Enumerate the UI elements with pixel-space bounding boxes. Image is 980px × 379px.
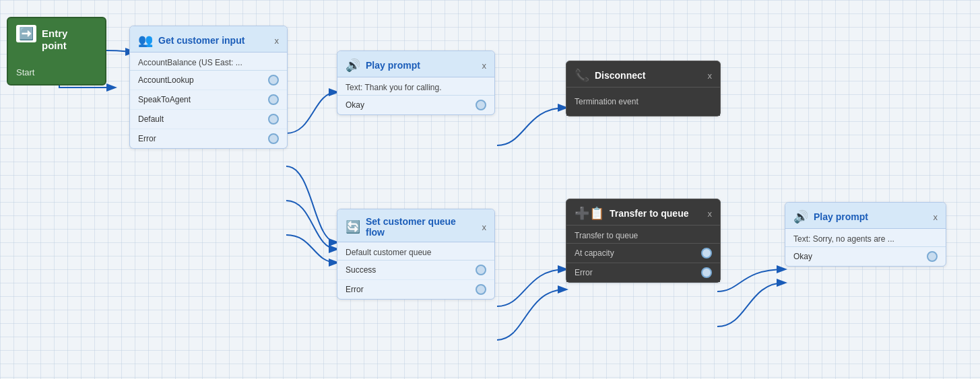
- port-okay-2-label: Okay: [793, 252, 812, 261]
- port-okay-1-circle[interactable]: [476, 100, 486, 110]
- queue-icon: 🔄: [346, 219, 360, 234]
- get-customer-input-header: 👥 Get customer input x: [130, 26, 287, 53]
- disconnect-title: Disconnect: [595, 70, 703, 81]
- transfer-to-queue-title: Transfer to queue: [610, 208, 703, 219]
- get-customer-input-node: 👥 Get customer input x AccountBalance (U…: [129, 26, 288, 149]
- speaker-icon-1: 🔊: [346, 58, 360, 73]
- play-prompt-2-close[interactable]: x: [934, 212, 938, 222]
- set-queue-flow-header: 🔄 Set customer queue flow x: [337, 209, 494, 242]
- port-default-circle[interactable]: [268, 114, 279, 125]
- phone-icon: 📞: [575, 68, 589, 83]
- set-queue-flow-node: 🔄 Set customer queue flow x Default cust…: [337, 209, 495, 300]
- start-label: Start: [16, 67, 97, 77]
- disconnect-node: 📞 Disconnect x Termination event: [566, 61, 721, 116]
- port-success-label: Success: [346, 265, 376, 275]
- set-queue-flow-close[interactable]: x: [482, 222, 487, 232]
- speaker-icon-2: 🔊: [793, 209, 808, 224]
- play-prompt-2-header: 🔊 Play prompt x: [785, 203, 946, 229]
- port-speak-to-agent-label: SpeakToAgent: [138, 95, 191, 104]
- port-okay-2-circle[interactable]: [927, 251, 938, 262]
- play-prompt-2-title: Play prompt: [814, 211, 928, 222]
- port-success-circle[interactable]: [476, 265, 486, 275]
- port-at-capacity-circle[interactable]: [701, 248, 712, 259]
- port-okay-2: Okay: [785, 247, 946, 266]
- entry-point-title: Entry: [42, 28, 67, 40]
- disconnect-subtitle: Termination event: [566, 88, 720, 116]
- set-queue-flow-subtitle: Default customer queue: [337, 242, 494, 261]
- disconnect-header: 📞 Disconnect x: [566, 61, 720, 88]
- port-error-label: Error: [138, 134, 156, 143]
- transfer-to-queue-header: ➕📋 Transfer to queue x: [566, 199, 720, 226]
- entry-point-node: ➡️ Entry point Start: [7, 17, 106, 85]
- set-queue-flow-title: Set customer queue flow: [366, 216, 477, 238]
- transfer-to-queue-subtitle: Transfer to queue: [566, 226, 720, 244]
- port-at-capacity-label: At capacity: [575, 248, 614, 258]
- transfer-to-queue-close[interactable]: x: [708, 209, 713, 219]
- port-at-capacity: At capacity: [566, 244, 720, 263]
- port-error-circle[interactable]: [268, 133, 279, 144]
- port-account-lookup-label: AccountLookup: [138, 75, 194, 85]
- play-prompt-1-close[interactable]: x: [482, 61, 487, 71]
- port-error-queue-circle[interactable]: [476, 284, 486, 295]
- play-prompt-1-header: 🔊 Play prompt x: [337, 51, 494, 77]
- port-error-queue: Error: [337, 280, 494, 299]
- port-error-queue-label: Error: [346, 285, 364, 294]
- play-prompt-1-subtitle: Text: Thank you for calling.: [337, 77, 494, 96]
- port-default-label: Default: [138, 114, 164, 124]
- port-account-lookup: AccountLookup: [130, 71, 287, 90]
- port-success: Success: [337, 261, 494, 280]
- port-error-transfer-label: Error: [575, 268, 593, 277]
- port-speak-to-agent: SpeakToAgent: [130, 90, 287, 110]
- get-customer-input-subtitle: AccountBalance (US East: ...: [130, 53, 287, 71]
- get-customer-input-close[interactable]: x: [275, 36, 280, 46]
- entry-point-icon: ➡️: [16, 25, 36, 42]
- disconnect-close[interactable]: x: [708, 71, 713, 81]
- transfer-icon: ➕📋: [575, 206, 604, 221]
- port-error-transfer: Error: [566, 263, 720, 282]
- port-default: Default: [130, 110, 287, 129]
- port-speak-to-agent-circle[interactable]: [268, 94, 279, 105]
- port-okay-1-label: Okay: [346, 100, 364, 110]
- play-prompt-1-title: Play prompt: [366, 60, 477, 71]
- port-error: Error: [130, 129, 287, 148]
- port-error-transfer-circle[interactable]: [701, 267, 712, 278]
- transfer-to-queue-node: ➕📋 Transfer to queue x Transfer to queue…: [566, 199, 721, 283]
- play-prompt-2-subtitle: Text: Sorry, no agents are ...: [785, 229, 946, 247]
- port-okay-1: Okay: [337, 96, 494, 114]
- get-customer-input-title: Get customer input: [158, 35, 269, 46]
- port-account-lookup-circle[interactable]: [268, 75, 279, 85]
- play-prompt-2-node: 🔊 Play prompt x Text: Sorry, no agents a…: [785, 202, 946, 267]
- play-prompt-1-node: 🔊 Play prompt x Text: Thank you for call…: [337, 50, 495, 115]
- people-icon: 👥: [138, 33, 153, 48]
